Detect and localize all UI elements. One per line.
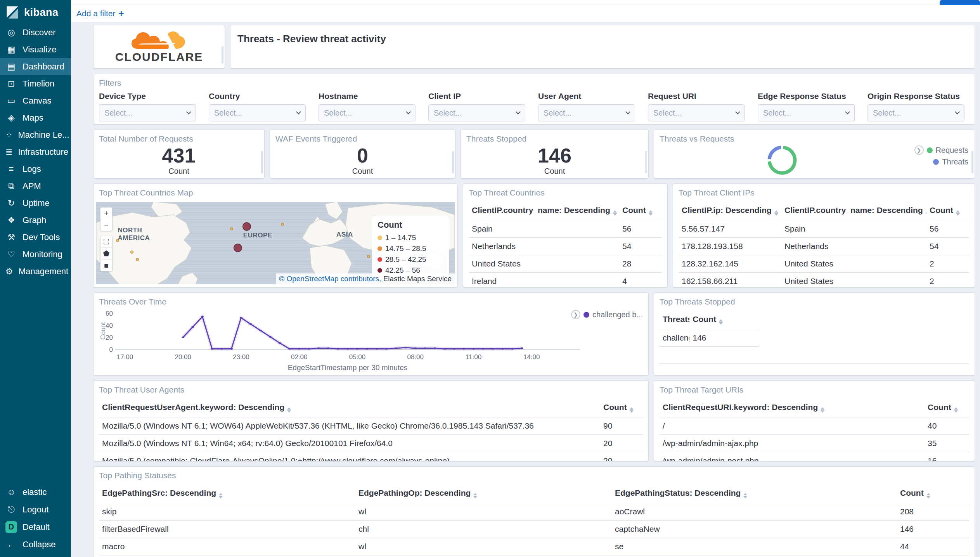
column-header[interactable]: Count [600,398,643,417]
select-placeholder: Select... [763,109,791,118]
panel-title: Top Threat Countries Map [93,184,457,200]
sidebar-item-dashboard[interactable]: ▤Dashboard [0,58,71,75]
cloudflare-logo: CLOUDFLARE [115,31,203,63]
column-header[interactable]: ClientRequestURI.keyword: Descending [660,398,925,417]
table-cell: captchaNew [612,521,897,538]
sidebar-item-maps[interactable]: ◈Maps [0,109,71,126]
legend-item-threats[interactable]: Threats [933,157,968,166]
table-row: /wp-admin/admin-ajax.php35 [660,435,969,452]
column-header[interactable]: EdgePathingSrc: Descending [99,484,355,503]
countries-table: ClientIP.country_name: Descending Count … [469,201,662,287]
select-placeholder: Select... [324,109,352,118]
top-threat-countries-panel: Top Threat Countries ClientIP.country_na… [463,183,668,287]
threat-countries-map-panel: Top Threat Countries Map [93,183,458,287]
sidebar-item-logs[interactable]: ≡Logs [0,161,71,178]
filter-select-origin-response-status[interactable]: Select... [867,104,964,121]
threat-location-dot[interactable] [234,244,242,252]
chevron-down-icon [845,109,850,114]
legend-expand-icon[interactable]: ❯ [571,310,580,319]
zoom-in-button[interactable]: + [100,208,112,219]
column-header[interactable]: ClientRequestUserAgent.keyword: Descendi… [99,398,600,417]
panel-title: Top Pathing Statuses [93,467,975,483]
machine-learning-icon: ⁘ [5,130,12,140]
sidebar-item-apm[interactable]: ⧉APM [0,178,71,195]
map-legend-item: 14.75 – 28.5 [377,243,443,254]
time-legend-item[interactable]: ❯ challenged b... [571,310,643,319]
table-row: 5.56.57.147Spain56 [679,220,969,238]
y-axis-tick: 60 [102,310,113,318]
legend-range: 1 – 14.75 [385,234,416,242]
column-header[interactable]: Count [897,484,969,503]
metric-label: Count [168,167,189,176]
sort-icon [926,210,926,216]
sidebar-item-infrastructure[interactable]: ≣Infrastructure [0,144,71,161]
sidebar-item-machine-le[interactable]: ⁘Machine Le... [0,126,71,144]
column-header[interactable]: Count [619,201,662,220]
rectangle-tool-icon[interactable]: ■ [100,259,112,271]
legend-item-requests[interactable]: ❯ Requests [914,145,969,155]
filter-select-country[interactable]: Select... [209,104,306,121]
sidebar-item-monitoring[interactable]: ♡Monitoring [0,246,71,263]
column-header[interactable]: EdgePathingOp: Descending [355,484,612,503]
column-header[interactable]: ClientIP.country_name: Descending [781,201,926,220]
threat-location-dot[interactable] [242,222,251,231]
add-filter-link[interactable]: Add a filter + [76,8,124,19]
table-row: Mozilla/5.0 (Windows NT 6.1; WOW64) Appl… [99,417,643,435]
dashboard-grid: CLOUDFLARE Threats - Review threat activ… [71,22,980,557]
sidebar-item-canvas[interactable]: ▭Canvas [0,92,71,109]
sidebar-item-uptime[interactable]: ↻Uptime [0,195,71,212]
sidebar-item-dev-tools[interactable]: ⚒Dev Tools [0,229,71,246]
threat-location-dot[interactable] [367,255,370,258]
filter-select-request-uri[interactable]: Select... [648,104,745,121]
column-header[interactable]: EdgePathingStatus: Descending [612,484,897,503]
openstreetmap-link[interactable]: © OpenStreetMap contributors, [279,275,381,283]
logout-icon: ⎋ [5,505,17,515]
update-button[interactable] [940,0,980,5]
sidebar-footer-collapse[interactable]: ←Collapse [0,536,71,553]
column-header[interactable]: ClientIP.country_name: Descending [469,201,619,220]
sidebar-item-graph[interactable]: ❖Graph [0,212,71,229]
column-header[interactable]: Count [689,310,759,329]
legend-expand-icon[interactable]: ❯ [914,145,924,155]
filter-device-type: Device TypeSelect... [99,92,196,121]
sidebar-footer-default[interactable]: DDefault [0,518,71,536]
filter-select-hostname[interactable]: Select... [319,104,416,121]
timelion-icon: ⊡ [5,79,17,89]
map-viewport[interactable]: NORTH AMERICAEUROPEASIA + − ⛶ ⬟ ■ Count … [96,202,455,284]
threat-location-dot[interactable] [130,251,133,254]
column-header[interactable]: ClientIP.ip: Descending [679,201,781,220]
column-header[interactable]: Threats: Descending [660,310,689,329]
sidebar-item-timelion[interactable]: ⊡Timelion [0,75,71,92]
top-threat-client-ips-panel: Top Threat Client IPs ClientIP.ip: Desce… [673,183,975,287]
column-header[interactable]: Count [925,398,969,417]
sidebar-item-label: Dev Tools [23,232,60,242]
filter-country: CountrySelect... [209,92,306,121]
sidebar-footer-logout[interactable]: ⎋Logout [0,501,71,518]
column-header[interactable]: Count [926,201,969,220]
threat-location-dot[interactable] [281,223,284,226]
threat-location-dot[interactable] [136,258,139,261]
bar-chart-icon: ▦ [5,45,17,55]
filter-select-edge-response-status[interactable]: Select... [758,104,855,121]
polygon-tool-icon[interactable]: ⬟ [100,248,112,259]
map-legend: Count 1 – 14.7514.75 – 28.528.5 – 42.254… [372,216,449,280]
panel-title: Top Threat Client IPs [673,184,975,200]
threat-location-dot[interactable] [116,239,119,242]
sidebar-item-management[interactable]: ⚙Management [0,263,71,280]
sidebar-item-discover[interactable]: ◎Discover [0,24,71,41]
sidebar-footer-elastic[interactable]: ☺elastic [0,483,71,501]
table-row: userwlip17 [99,555,969,557]
table-row: Spain56 [469,220,662,238]
kibana-logo[interactable]: kibana [0,0,71,24]
table-cell: Spain [469,220,619,238]
table-cell: 35 [925,435,969,452]
sort-icon [719,319,723,325]
table-row: Netherlands54 [469,238,662,255]
threat-location-dot[interactable] [230,227,233,230]
zoom-out-button[interactable]: − [100,219,112,231]
crop-tool-icon[interactable]: ⛶ [100,236,112,248]
filter-select-client-ip[interactable]: Select... [428,104,525,121]
filter-select-device-type[interactable]: Select... [99,104,196,121]
sidebar-item-visualize[interactable]: ▦Visualize [0,41,71,58]
filter-select-user-agent[interactable]: Select... [538,104,635,121]
